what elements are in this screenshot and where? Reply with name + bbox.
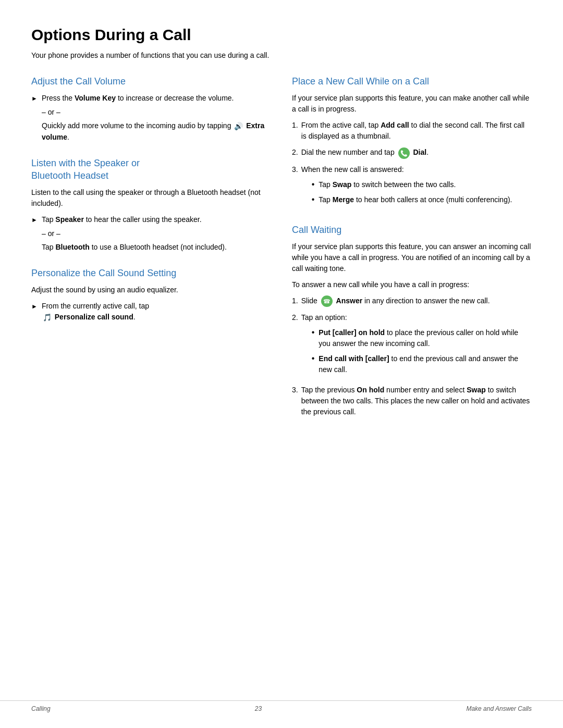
triangle-icon-2: ► <box>31 215 38 225</box>
or-separator-1: – or – <box>42 108 271 116</box>
list-item: 1. Slide Answer in any direction to answ… <box>292 295 532 307</box>
dot-list: • Tap Swap to switch between the two cal… <box>312 179 532 205</box>
place-new-call-list: 1. From the active call, tap Add call to… <box>292 120 532 209</box>
num-label: 3. <box>292 164 298 175</box>
bluetooth-text: Tap Bluetooth to use a Bluetooth headset… <box>42 242 271 253</box>
list-item: 2. Tap an option: • Put [caller] on hold… <box>292 312 532 379</box>
call-waiting-intro: If your service plan supports this featu… <box>292 241 532 274</box>
call-waiting-bridge: To answer a new call while you have a ca… <box>292 279 532 290</box>
speaker-bluetooth-intro: Listen to the call using the speaker or … <box>31 187 271 209</box>
personalize-bullet: ► From the currently active call, tap 🎵 … <box>31 301 271 323</box>
footer-right: Make and Answer Calls <box>466 705 532 712</box>
dot-bullet: • <box>312 353 315 363</box>
page-intro: Your phone provides a number of function… <box>31 50 532 61</box>
speaker-bluetooth-heading: Listen with the Speaker orBluetooth Head… <box>31 157 271 182</box>
num-text: Tap an option: • Put [caller] on hold to… <box>301 312 532 379</box>
personalize-icon: 🎵 <box>43 312 52 323</box>
num-label: 1. <box>292 120 298 131</box>
num-text: Tap the previous On hold number entry an… <box>301 385 532 417</box>
dot-item: • Put [caller] on hold to place the prev… <box>312 327 532 349</box>
left-column: Adjust the Call Volume ► Press the Volum… <box>31 76 271 432</box>
personalize-text: From the currently active call, tap 🎵 Pe… <box>42 301 271 323</box>
page: Options During a Call Your phone provide… <box>0 0 563 728</box>
triangle-icon-3: ► <box>31 302 38 311</box>
dot-list: • Put [caller] on hold to place the prev… <box>312 327 532 375</box>
volume-key-bullet: ► Press the Volume Key to increase or de… <box>31 93 271 104</box>
speaker-text: Tap Speaker to hear the caller using the… <box>42 214 271 225</box>
dot-text: Tap Merge to hear both callers at once (… <box>319 194 532 205</box>
num-label: 2. <box>292 312 298 323</box>
call-waiting-section: Call Waiting If your service plan suppor… <box>292 224 532 418</box>
dot-bullet: • <box>312 179 315 189</box>
dot-text: Put [caller] on hold to place the previo… <box>319 327 532 349</box>
dot-text: Tap Swap to switch between the two calls… <box>319 179 532 190</box>
adjust-volume-heading: Adjust the Call Volume <box>31 76 271 88</box>
adjust-volume-section: Adjust the Call Volume ► Press the Volum… <box>31 76 271 143</box>
dot-bullet: • <box>312 194 315 204</box>
list-item: 2. Dial the new number and tap Dial. <box>292 147 532 158</box>
page-title: Options During a Call <box>31 26 532 44</box>
speaker-bluetooth-section: Listen with the Speaker orBluetooth Head… <box>31 157 271 253</box>
place-new-call-heading: Place a New Call While on a Call <box>292 76 532 88</box>
num-label: 3. <box>292 385 298 396</box>
or-separator-2: – or – <box>42 229 271 238</box>
speaker-bullet: ► Tap Speaker to hear the caller using t… <box>31 214 271 225</box>
right-column: Place a New Call While on a Call If your… <box>292 76 532 432</box>
personalize-sound-section: Personalize the Call Sound Setting Adjus… <box>31 267 271 323</box>
num-text: Dial the new number and tap Dial. <box>301 147 532 158</box>
dot-item: • Tap Merge to hear both callers at once… <box>312 194 532 205</box>
list-item: 1. From the active call, tap Add call to… <box>292 120 532 142</box>
list-item: 3. When the new call is answered: • Tap … <box>292 164 532 209</box>
footer-center: 23 <box>255 705 262 712</box>
dot-text: End call with [caller] to end the previo… <box>319 353 532 375</box>
extra-volume-text: Quickly add more volume to the incoming … <box>42 120 271 143</box>
place-new-call-intro: If your service plan supports this featu… <box>292 93 532 115</box>
answer-icon <box>321 295 333 307</box>
num-text: From the active call, tap Add call to di… <box>301 120 532 142</box>
num-text: When the new call is answered: • Tap Swa… <box>301 164 532 209</box>
dial-icon <box>398 147 410 159</box>
dot-item: • Tap Swap to switch between the two cal… <box>312 179 532 190</box>
footer-left: Calling <box>31 705 51 712</box>
personalize-sound-intro: Adjust the sound by using an audio equal… <box>31 285 271 295</box>
call-waiting-list: 1. Slide Answer in any direction to answ… <box>292 295 532 417</box>
personalize-sound-heading: Personalize the Call Sound Setting <box>31 267 271 279</box>
triangle-icon: ► <box>31 94 38 103</box>
call-waiting-heading: Call Waiting <box>292 224 532 236</box>
list-item: 3. Tap the previous On hold number entry… <box>292 385 532 417</box>
volume-icon: 🔊 <box>234 121 243 132</box>
num-label: 2. <box>292 147 298 158</box>
content-columns: Adjust the Call Volume ► Press the Volum… <box>31 76 532 432</box>
page-footer: Calling 23 Make and Answer Calls <box>0 700 563 712</box>
num-label: 1. <box>292 295 298 306</box>
num-text: Slide Answer in any direction to answer … <box>301 295 532 307</box>
volume-key-text: Press the Volume Key to increase or decr… <box>42 93 271 104</box>
dot-bullet: • <box>312 327 315 337</box>
dot-item: • End call with [caller] to end the prev… <box>312 353 532 375</box>
place-new-call-section: Place a New Call While on a Call If your… <box>292 76 532 209</box>
